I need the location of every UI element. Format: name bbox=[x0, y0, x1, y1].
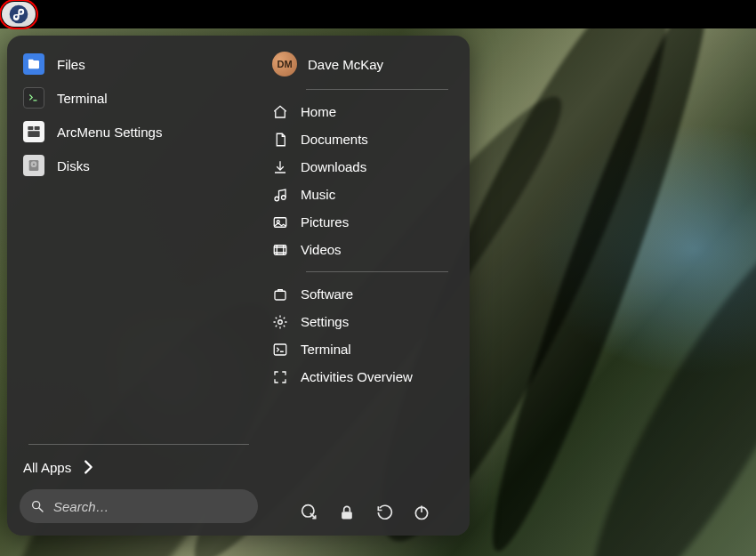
place-label: Settings bbox=[301, 314, 349, 329]
session-buttons-row bbox=[272, 498, 448, 523]
disks-icon bbox=[23, 155, 44, 176]
place-downloads[interactable]: Downloads bbox=[272, 154, 448, 180]
place-label: Music bbox=[301, 187, 335, 202]
place-videos[interactable]: Videos bbox=[272, 237, 448, 262]
search-icon bbox=[30, 499, 44, 513]
top-panel bbox=[0, 0, 756, 28]
svg-rect-17 bbox=[275, 291, 286, 300]
svg-rect-21 bbox=[342, 512, 352, 519]
svg-rect-1 bbox=[28, 60, 39, 68]
user-row[interactable]: DM Dave McKay bbox=[272, 48, 448, 85]
all-apps-label: All Apps bbox=[23, 460, 71, 475]
place-label: Terminal bbox=[301, 342, 351, 357]
place-home[interactable]: Home bbox=[272, 99, 448, 125]
arcmenu-left-column: Files Terminal ArcMenu Settings bbox=[7, 36, 265, 536]
place-label: Videos bbox=[301, 242, 342, 257]
svg-rect-5 bbox=[28, 131, 39, 137]
logout-button[interactable] bbox=[301, 504, 318, 521]
avatar: DM bbox=[272, 52, 297, 77]
pinned-app-label: Terminal bbox=[57, 91, 108, 106]
terminal-icon bbox=[23, 87, 44, 109]
chevron-right-icon bbox=[78, 457, 98, 477]
divider bbox=[28, 444, 249, 445]
videos-icon bbox=[272, 242, 288, 258]
svg-rect-16 bbox=[274, 245, 286, 254]
all-apps-button[interactable]: All Apps bbox=[20, 452, 258, 482]
restart-button[interactable] bbox=[375, 504, 393, 521]
activities-icon bbox=[272, 369, 288, 385]
home-icon bbox=[272, 104, 288, 120]
pinned-apps-list: Files Terminal ArcMenu Settings bbox=[20, 48, 258, 181]
user-display-name: Dave McKay bbox=[308, 57, 383, 72]
arcmenu-panel: Files Terminal ArcMenu Settings bbox=[7, 36, 470, 536]
place-label: Documents bbox=[301, 132, 368, 147]
place-pictures[interactable]: Pictures bbox=[272, 209, 448, 235]
arcmenu-right-column: DM Dave McKay Home Documents bbox=[265, 36, 470, 536]
pinned-app-label: Files bbox=[57, 57, 85, 72]
place-music[interactable]: Music bbox=[272, 181, 448, 207]
arcmenu-icon bbox=[23, 121, 44, 142]
music-icon bbox=[272, 187, 288, 203]
place-documents[interactable]: Documents bbox=[272, 126, 448, 152]
arcmenu-launcher-button[interactable] bbox=[2, 2, 36, 27]
shortcut-settings[interactable]: Settings bbox=[272, 309, 448, 334]
software-icon bbox=[272, 286, 288, 302]
place-label: Software bbox=[301, 286, 353, 302]
settings-icon bbox=[272, 314, 288, 330]
svg-rect-4 bbox=[28, 126, 33, 130]
search-input[interactable] bbox=[53, 499, 247, 514]
shortcut-activities-overview[interactable]: Activities Overview bbox=[272, 364, 448, 390]
poweroff-icon bbox=[413, 504, 430, 521]
shortcut-software[interactable]: Software bbox=[272, 281, 448, 307]
pinned-app-label: Disks bbox=[57, 158, 90, 173]
terminal-place-icon bbox=[272, 342, 288, 358]
poweroff-button[interactable] bbox=[413, 504, 430, 521]
svg-point-18 bbox=[278, 319, 283, 324]
pinned-app-disks[interactable]: Disks bbox=[20, 149, 258, 181]
pinned-app-arcmenu-settings[interactable]: ArcMenu Settings bbox=[20, 116, 258, 148]
place-label: Pictures bbox=[301, 214, 349, 230]
place-label: Downloads bbox=[301, 159, 366, 174]
downloads-icon bbox=[272, 159, 288, 175]
pinned-app-files[interactable]: Files bbox=[20, 48, 258, 80]
svg-point-13 bbox=[282, 195, 286, 199]
search-box[interactable] bbox=[20, 489, 258, 523]
svg-line-11 bbox=[39, 508, 43, 512]
svg-rect-19 bbox=[274, 344, 286, 355]
svg-point-9 bbox=[33, 164, 35, 165]
divider bbox=[306, 271, 448, 272]
divider bbox=[306, 89, 448, 90]
lock-icon bbox=[338, 504, 356, 521]
svg-point-10 bbox=[33, 502, 40, 509]
pinned-app-terminal[interactable]: Terminal bbox=[20, 82, 258, 114]
pictures-icon bbox=[272, 214, 288, 230]
fedora-logo-icon bbox=[9, 4, 28, 24]
pinned-app-label: ArcMenu Settings bbox=[57, 125, 162, 140]
restart-icon bbox=[375, 504, 393, 521]
files-icon bbox=[23, 53, 44, 75]
avatar-initials: DM bbox=[277, 59, 292, 69]
place-label: Home bbox=[301, 104, 336, 119]
place-label: Activities Overview bbox=[301, 369, 413, 384]
places-list: Home Documents Downloads Music bbox=[272, 99, 448, 262]
lock-button[interactable] bbox=[338, 504, 356, 521]
logout-icon bbox=[301, 504, 318, 521]
shortcut-terminal[interactable]: Terminal bbox=[272, 336, 448, 362]
documents-icon bbox=[272, 132, 288, 148]
svg-point-12 bbox=[275, 197, 279, 201]
svg-rect-6 bbox=[35, 126, 40, 130]
system-shortcuts-list: Software Settings Terminal Activities Ov… bbox=[272, 281, 448, 390]
svg-rect-2 bbox=[28, 60, 33, 62]
